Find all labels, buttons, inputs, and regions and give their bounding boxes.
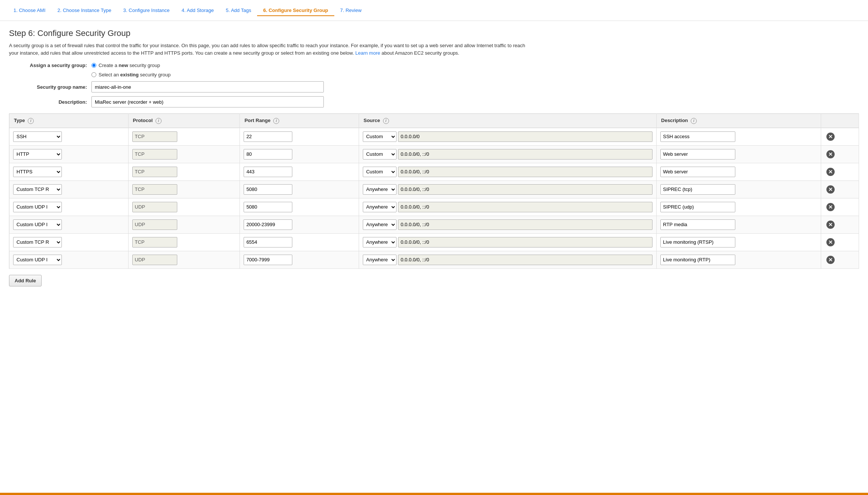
- type-select[interactable]: SSH: [13, 131, 62, 142]
- port-input[interactable]: [244, 149, 292, 160]
- nav-step-step4[interactable]: 4. Add Storage: [175, 4, 220, 16]
- description-input[interactable]: [660, 131, 735, 142]
- type-select[interactable]: Custom TCP R: [13, 184, 62, 195]
- source-type-select[interactable]: CustomAnywhereMy IP: [363, 167, 397, 177]
- delete-cell: ✕: [821, 128, 859, 145]
- delete-cell: ✕: [821, 251, 859, 268]
- main-content: Step 6: Configure Security Group A secur…: [0, 21, 868, 294]
- nav-step-step1[interactable]: 1. Choose AMI: [7, 4, 51, 16]
- assign-label: Assign a security group:: [9, 63, 91, 68]
- source-type-select[interactable]: CustomAnywhereMy IP: [363, 255, 397, 265]
- port-cell: [240, 163, 359, 180]
- port-input[interactable]: [244, 131, 292, 142]
- nav-step-step3[interactable]: 3. Configure Instance: [117, 4, 176, 16]
- port-cell: [240, 233, 359, 251]
- source-type-select[interactable]: CustomAnywhereMy IP: [363, 149, 397, 160]
- description-input[interactable]: [660, 237, 735, 248]
- delete-rule-button[interactable]: ✕: [825, 149, 836, 160]
- source-cell: CustomAnywhereMy IP: [359, 145, 656, 163]
- source-type-select[interactable]: CustomAnywhereMy IP: [363, 184, 397, 195]
- delete-rule-button[interactable]: ✕: [825, 219, 836, 230]
- source-ip-input: [398, 237, 652, 248]
- radio-existing-label: Select an existing security group: [99, 72, 171, 78]
- description-input[interactable]: [660, 184, 735, 195]
- description-input[interactable]: [660, 167, 735, 177]
- description-input[interactable]: [660, 255, 735, 265]
- type-cell: Custom UDP I: [9, 216, 129, 233]
- description-input[interactable]: [660, 149, 735, 160]
- sg-description-input[interactable]: [91, 96, 324, 107]
- type-select[interactable]: Custom UDP I: [13, 255, 62, 265]
- delete-icon: ✕: [826, 203, 835, 211]
- nav-step-step2[interactable]: 2. Choose Instance Type: [51, 4, 117, 16]
- protocol-input: [132, 149, 177, 160]
- delete-rule-button[interactable]: ✕: [825, 237, 836, 248]
- port-info-icon: i: [273, 118, 279, 124]
- type-select[interactable]: Custom TCP R: [13, 237, 62, 248]
- table-row: HTTPCustomAnywhereMy IP✕: [9, 145, 859, 163]
- port-cell: [240, 216, 359, 233]
- port-input[interactable]: [244, 237, 292, 248]
- source-cell: CustomAnywhereMy IP: [359, 128, 656, 145]
- description-part2: about Amazon EC2 security groups.: [382, 50, 459, 56]
- protocol-cell: [128, 198, 240, 216]
- learn-more-link[interactable]: Learn more: [355, 50, 380, 56]
- table-header-row: Type i Protocol i Port Range i Source i …: [9, 114, 859, 128]
- delete-icon: ✕: [826, 150, 835, 158]
- delete-icon: ✕: [826, 256, 835, 264]
- delete-rule-button[interactable]: ✕: [825, 254, 836, 265]
- radio-existing-input[interactable]: [91, 72, 96, 77]
- source-cell: CustomAnywhereMy IP: [359, 251, 656, 268]
- source-ip-input: [398, 202, 652, 212]
- type-select[interactable]: HTTPS: [13, 167, 62, 177]
- col-header-source: Source i: [359, 114, 656, 128]
- sg-description-label: Description:: [9, 99, 91, 105]
- sg-name-input[interactable]: [91, 81, 324, 92]
- protocol-input: [132, 219, 177, 230]
- nav-step-step5[interactable]: 5. Add Tags: [220, 4, 257, 16]
- source-cell: CustomAnywhereMy IP: [359, 233, 656, 251]
- source-type-select[interactable]: CustomAnywhereMy IP: [363, 237, 397, 248]
- port-cell: [240, 145, 359, 163]
- type-select[interactable]: HTTP: [13, 149, 62, 160]
- protocol-cell: [128, 233, 240, 251]
- source-type-select[interactable]: CustomAnywhereMy IP: [363, 131, 397, 142]
- port-input[interactable]: [244, 219, 292, 230]
- delete-rule-button[interactable]: ✕: [825, 131, 836, 142]
- source-type-select[interactable]: CustomAnywhereMy IP: [363, 219, 397, 230]
- table-row: Custom TCP RCustomAnywhereMy IP✕: [9, 180, 859, 198]
- port-input[interactable]: [244, 167, 292, 177]
- description-input[interactable]: [660, 219, 735, 230]
- port-input[interactable]: [244, 202, 292, 212]
- port-cell: [240, 251, 359, 268]
- type-select[interactable]: Custom UDP I: [13, 202, 62, 212]
- sg-description-row: Description:: [9, 96, 859, 107]
- description-input[interactable]: [660, 202, 735, 212]
- delete-rule-button[interactable]: ✕: [825, 166, 836, 177]
- delete-rule-button[interactable]: ✕: [825, 184, 836, 195]
- type-cell: HTTPS: [9, 163, 129, 180]
- col-header-type: Type i: [9, 114, 129, 128]
- radio-create[interactable]: Create a new security group: [91, 63, 160, 68]
- nav-step-step6[interactable]: 6. Configure Security Group: [257, 4, 334, 16]
- source-cell: CustomAnywhereMy IP: [359, 180, 656, 198]
- col-header-description: Description i: [657, 114, 821, 128]
- source-cell: CustomAnywhereMy IP: [359, 163, 656, 180]
- nav-step-step7[interactable]: 7. Review: [334, 4, 368, 16]
- source-ip-input: [398, 167, 652, 177]
- add-rule-button[interactable]: Add Rule: [9, 275, 42, 286]
- radio-existing[interactable]: Select an existing security group: [91, 72, 171, 78]
- page-description: A security group is a set of firewall ru…: [9, 42, 534, 57]
- port-input[interactable]: [244, 184, 292, 195]
- radio-create-input[interactable]: [91, 63, 96, 68]
- port-input[interactable]: [244, 255, 292, 265]
- description-cell: [657, 180, 821, 198]
- col-header-protocol: Protocol i: [128, 114, 240, 128]
- delete-icon: ✕: [826, 168, 835, 176]
- delete-icon: ✕: [826, 133, 835, 141]
- protocol-input: [132, 184, 177, 195]
- source-type-select[interactable]: CustomAnywhereMy IP: [363, 202, 397, 212]
- delete-rule-button[interactable]: ✕: [825, 201, 836, 213]
- type-select[interactable]: Custom UDP I: [13, 219, 62, 230]
- delete-cell: ✕: [821, 233, 859, 251]
